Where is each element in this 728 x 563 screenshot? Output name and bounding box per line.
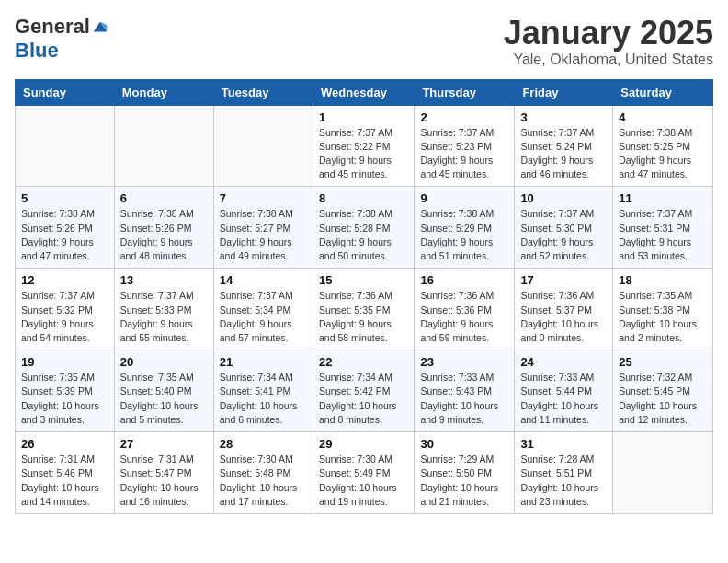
day-info: Sunrise: 7:36 AM Sunset: 5:37 PM Dayligh…: [520, 289, 607, 345]
calendar-day-cell: 7Sunrise: 7:38 AM Sunset: 5:27 PM Daylig…: [213, 187, 313, 269]
day-info: Sunrise: 7:37 AM Sunset: 5:24 PM Dayligh…: [520, 126, 607, 182]
calendar-day-cell: 26Sunrise: 7:31 AM Sunset: 5:46 PM Dayli…: [16, 432, 115, 514]
day-info: Sunrise: 7:38 AM Sunset: 5:25 PM Dayligh…: [619, 126, 707, 182]
day-info: Sunrise: 7:28 AM Sunset: 5:51 PM Dayligh…: [520, 453, 607, 509]
col-header-sunday: Sunday: [16, 79, 115, 105]
day-info: Sunrise: 7:37 AM Sunset: 5:33 PM Dayligh…: [120, 289, 208, 345]
logo-blue-text: Blue: [15, 39, 59, 63]
day-info: Sunrise: 7:38 AM Sunset: 5:26 PM Dayligh…: [120, 207, 208, 263]
day-info: Sunrise: 7:37 AM Sunset: 5:23 PM Dayligh…: [420, 126, 508, 182]
calendar-day-cell: [613, 432, 713, 514]
day-number: 1: [319, 110, 408, 124]
day-number: 26: [21, 437, 108, 451]
day-number: 3: [520, 110, 607, 124]
day-number: 6: [120, 191, 208, 205]
day-info: Sunrise: 7:29 AM Sunset: 5:50 PM Dayligh…: [420, 453, 508, 509]
col-header-tuesday: Tuesday: [213, 79, 313, 105]
day-number: 21: [220, 355, 307, 369]
calendar-day-cell: [114, 105, 213, 187]
day-number: 19: [21, 355, 108, 369]
month-title: January 2025: [504, 15, 713, 52]
calendar-day-cell: 3Sunrise: 7:37 AM Sunset: 5:24 PM Daylig…: [515, 105, 613, 187]
page-header: General Blue January 2025 Yale, Oklahoma…: [15, 15, 713, 68]
location-title: Yale, Oklahoma, United States: [504, 52, 713, 68]
day-info: Sunrise: 7:38 AM Sunset: 5:28 PM Dayligh…: [319, 207, 408, 263]
calendar-day-cell: 2Sunrise: 7:37 AM Sunset: 5:23 PM Daylig…: [415, 105, 515, 187]
day-info: Sunrise: 7:37 AM Sunset: 5:34 PM Dayligh…: [220, 289, 307, 345]
calendar-day-cell: [16, 105, 115, 187]
day-info: Sunrise: 7:34 AM Sunset: 5:42 PM Dayligh…: [319, 371, 408, 427]
col-header-thursday: Thursday: [415, 79, 515, 105]
day-number: 14: [220, 273, 307, 287]
col-header-monday: Monday: [114, 79, 213, 105]
day-number: 10: [520, 191, 607, 205]
day-number: 23: [420, 355, 508, 369]
day-info: Sunrise: 7:38 AM Sunset: 5:29 PM Dayligh…: [420, 207, 508, 263]
day-info: Sunrise: 7:31 AM Sunset: 5:47 PM Dayligh…: [120, 453, 208, 509]
day-number: 7: [220, 191, 307, 205]
calendar-day-cell: 4Sunrise: 7:38 AM Sunset: 5:25 PM Daylig…: [613, 105, 713, 187]
day-number: 8: [319, 191, 408, 205]
calendar-day-cell: 23Sunrise: 7:33 AM Sunset: 5:43 PM Dayli…: [415, 350, 515, 432]
day-number: 29: [319, 437, 408, 451]
day-info: Sunrise: 7:37 AM Sunset: 5:22 PM Dayligh…: [319, 126, 408, 182]
day-number: 2: [420, 110, 508, 124]
day-number: 31: [520, 437, 607, 451]
day-number: 9: [420, 191, 508, 205]
logo-icon: [92, 18, 108, 35]
calendar-day-cell: 30Sunrise: 7:29 AM Sunset: 5:50 PM Dayli…: [415, 432, 515, 514]
calendar-day-cell: 16Sunrise: 7:36 AM Sunset: 5:36 PM Dayli…: [415, 269, 515, 350]
calendar-day-cell: 6Sunrise: 7:38 AM Sunset: 5:26 PM Daylig…: [114, 187, 213, 269]
calendar-day-cell: 31Sunrise: 7:28 AM Sunset: 5:51 PM Dayli…: [515, 432, 613, 514]
day-number: 20: [120, 355, 208, 369]
calendar-week-row: 5Sunrise: 7:38 AM Sunset: 5:26 PM Daylig…: [16, 187, 713, 269]
day-number: 17: [520, 273, 607, 287]
calendar-week-row: 12Sunrise: 7:37 AM Sunset: 5:32 PM Dayli…: [16, 269, 713, 350]
day-number: 13: [120, 273, 208, 287]
calendar-day-cell: 5Sunrise: 7:38 AM Sunset: 5:26 PM Daylig…: [16, 187, 115, 269]
day-info: Sunrise: 7:38 AM Sunset: 5:27 PM Dayligh…: [220, 207, 307, 263]
day-number: 18: [619, 273, 707, 287]
day-info: Sunrise: 7:30 AM Sunset: 5:49 PM Dayligh…: [319, 453, 408, 509]
calendar-day-cell: 27Sunrise: 7:31 AM Sunset: 5:47 PM Dayli…: [114, 432, 213, 514]
calendar-day-cell: 19Sunrise: 7:35 AM Sunset: 5:39 PM Dayli…: [16, 350, 115, 432]
calendar-day-cell: 15Sunrise: 7:36 AM Sunset: 5:35 PM Dayli…: [313, 269, 414, 350]
calendar-day-cell: 9Sunrise: 7:38 AM Sunset: 5:29 PM Daylig…: [415, 187, 515, 269]
calendar-day-cell: 21Sunrise: 7:34 AM Sunset: 5:41 PM Dayli…: [213, 350, 313, 432]
day-info: Sunrise: 7:38 AM Sunset: 5:26 PM Dayligh…: [21, 207, 108, 263]
day-number: 24: [520, 355, 607, 369]
day-number: 4: [619, 110, 707, 124]
day-number: 11: [619, 191, 707, 205]
calendar-day-cell: 22Sunrise: 7:34 AM Sunset: 5:42 PM Dayli…: [313, 350, 414, 432]
calendar-week-row: 19Sunrise: 7:35 AM Sunset: 5:39 PM Dayli…: [16, 350, 713, 432]
day-info: Sunrise: 7:35 AM Sunset: 5:40 PM Dayligh…: [120, 371, 208, 427]
calendar-day-cell: 10Sunrise: 7:37 AM Sunset: 5:30 PM Dayli…: [515, 187, 613, 269]
title-block: January 2025 Yale, Oklahoma, United Stat…: [504, 15, 713, 68]
day-info: Sunrise: 7:37 AM Sunset: 5:31 PM Dayligh…: [619, 207, 707, 263]
logo-general-text: General: [15, 15, 90, 39]
day-number: 27: [120, 437, 208, 451]
day-number: 16: [420, 273, 508, 287]
day-info: Sunrise: 7:31 AM Sunset: 5:46 PM Dayligh…: [21, 453, 108, 509]
calendar-day-cell: 28Sunrise: 7:30 AM Sunset: 5:48 PM Dayli…: [213, 432, 313, 514]
calendar-table: SundayMondayTuesdayWednesdayThursdayFrid…: [15, 79, 713, 514]
day-info: Sunrise: 7:33 AM Sunset: 5:44 PM Dayligh…: [520, 371, 607, 427]
day-number: 15: [319, 273, 408, 287]
calendar-day-cell: 29Sunrise: 7:30 AM Sunset: 5:49 PM Dayli…: [313, 432, 414, 514]
calendar-day-cell: 24Sunrise: 7:33 AM Sunset: 5:44 PM Dayli…: [515, 350, 613, 432]
calendar-day-cell: 11Sunrise: 7:37 AM Sunset: 5:31 PM Dayli…: [613, 187, 713, 269]
day-info: Sunrise: 7:32 AM Sunset: 5:45 PM Dayligh…: [619, 371, 707, 427]
col-header-friday: Friday: [515, 79, 613, 105]
calendar-day-cell: 1Sunrise: 7:37 AM Sunset: 5:22 PM Daylig…: [313, 105, 414, 187]
calendar-day-cell: [213, 105, 313, 187]
day-info: Sunrise: 7:33 AM Sunset: 5:43 PM Dayligh…: [420, 371, 508, 427]
day-info: Sunrise: 7:36 AM Sunset: 5:36 PM Dayligh…: [420, 289, 508, 345]
calendar-day-cell: 14Sunrise: 7:37 AM Sunset: 5:34 PM Dayli…: [213, 269, 313, 350]
calendar-day-cell: 12Sunrise: 7:37 AM Sunset: 5:32 PM Dayli…: [16, 269, 115, 350]
logo: General Blue: [15, 15, 108, 63]
col-header-wednesday: Wednesday: [313, 79, 414, 105]
col-header-saturday: Saturday: [613, 79, 713, 105]
calendar-day-cell: 20Sunrise: 7:35 AM Sunset: 5:40 PM Dayli…: [114, 350, 213, 432]
day-info: Sunrise: 7:37 AM Sunset: 5:32 PM Dayligh…: [21, 289, 108, 345]
day-number: 25: [619, 355, 707, 369]
